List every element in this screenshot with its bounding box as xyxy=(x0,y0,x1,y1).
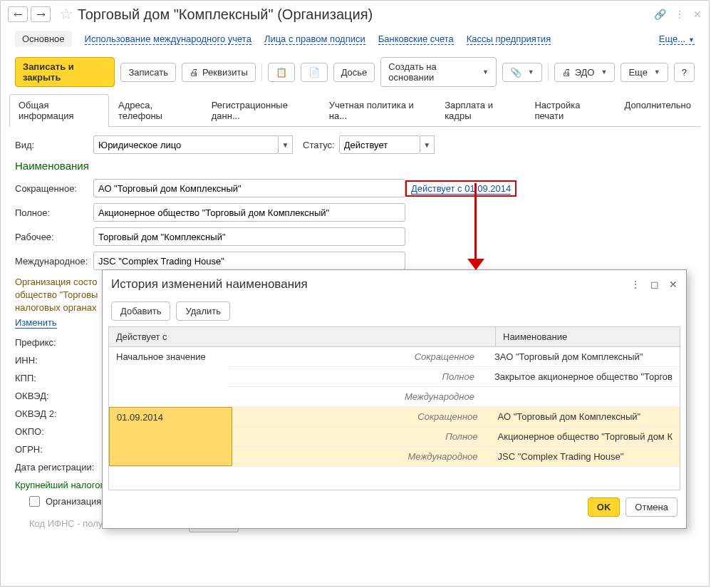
sub-value xyxy=(487,387,680,406)
link-more[interactable]: Еще...▼ xyxy=(659,33,695,45)
cancel-button[interactable]: Отмена xyxy=(626,497,678,517)
kind-label: Вид: xyxy=(15,140,93,150)
prefix-label: Префикс: xyxy=(15,337,108,348)
work-name-label: Рабочее: xyxy=(15,232,93,242)
largest-checkbox[interactable] xyxy=(29,496,40,507)
col-name[interactable]: Наименование xyxy=(496,327,680,346)
status-label: Статус: xyxy=(303,140,335,150)
ogrn-label: ОГРН: xyxy=(15,444,108,455)
details-button[interactable]: 🖨Реквизиты xyxy=(182,63,256,82)
work-name-input[interactable] xyxy=(93,227,405,246)
dialog-title: История изменений наименования xyxy=(111,277,630,292)
link-intl-accounting[interactable]: Использование международного учета xyxy=(85,33,251,45)
sub-label: Сокращенное xyxy=(232,407,491,426)
tab-print-setup[interactable]: Настройка печати xyxy=(525,94,615,126)
link-signers[interactable]: Лица с правом подписи xyxy=(264,33,365,45)
sub-label: Международное xyxy=(229,387,487,406)
tab-hr[interactable]: Зарплата и кадры xyxy=(435,94,525,126)
history-grid: Действует с Наименование Начальное значе… xyxy=(108,326,680,490)
dossier-button[interactable]: Досье xyxy=(333,63,375,82)
tab-main[interactable]: Основное xyxy=(15,31,72,47)
short-name-label: Сокращенное: xyxy=(15,183,93,194)
table-row[interactable]: 01.09.2014 СокращенноеАО "Торговый дом К… xyxy=(109,407,680,467)
history-highlight: Действует с 01.09.2014 xyxy=(405,180,517,197)
okpo-label: ОКПО: xyxy=(15,426,108,437)
history-link[interactable]: Действует с 01.09.2014 xyxy=(411,183,511,195)
back-button[interactable]: 🡐 xyxy=(8,6,28,22)
more-button[interactable]: Еще▼ xyxy=(621,63,668,82)
sub-label: Сокращенное xyxy=(229,347,487,366)
link-cash-registers[interactable]: Кассы предприятия xyxy=(467,33,551,45)
full-name-input[interactable] xyxy=(93,203,405,222)
table-row[interactable]: Начальное значение СокращенноеЗАО "Торго… xyxy=(109,347,680,407)
edo-button[interactable]: 🖨ЭДО▼ xyxy=(554,63,616,82)
sub-value: Акционерное общество "Торговый дом К xyxy=(491,427,680,446)
sub-value: JSC "Complex Trading House" xyxy=(491,447,680,466)
create-based-button[interactable]: Создать на основании▼ xyxy=(380,57,496,87)
dropdown-icon[interactable]: ▼ xyxy=(279,135,293,154)
sub-value: Закрытое акционерное общество "Торгов xyxy=(487,367,680,386)
short-name-input[interactable] xyxy=(93,179,405,197)
copy-button[interactable]: 📋 xyxy=(268,63,295,82)
kpp-label: КПП: xyxy=(15,373,108,383)
change-link[interactable]: Изменить xyxy=(15,317,57,329)
toolbar-separator xyxy=(261,63,262,81)
sub-label: Полное xyxy=(232,427,491,446)
dialog-menu-icon[interactable]: ⋮ xyxy=(630,279,640,290)
dialog-maximize-icon[interactable]: ◻ xyxy=(650,279,659,290)
sub-label: Международное xyxy=(232,447,491,466)
save-and-close-button[interactable]: Записать и закрыть xyxy=(15,57,115,87)
delete-button[interactable]: Удалить xyxy=(176,301,230,321)
regdate-label: Дата регистрации: xyxy=(15,462,108,473)
tab-addresses[interactable]: Адреса, телефоны xyxy=(109,94,202,126)
forward-button[interactable]: 🡒 xyxy=(31,6,51,22)
kind-select[interactable] xyxy=(93,135,279,154)
help-button[interactable]: ? xyxy=(674,63,695,82)
intl-name-label: Международное: xyxy=(15,256,93,267)
window-title: Торговый дом "Комплексный" (Организация) xyxy=(78,6,654,23)
date-cell: Начальное значение xyxy=(109,347,229,406)
intl-name-input[interactable] xyxy=(93,252,405,270)
annotation-arrow-head xyxy=(467,259,484,270)
tab-accounting-policy[interactable]: Учетная политика и на... xyxy=(320,94,435,126)
sub-label: Полное xyxy=(229,367,487,386)
dropdown-icon[interactable]: ▼ xyxy=(420,135,435,154)
report-button[interactable]: 📄 xyxy=(301,63,328,82)
tab-registration[interactable]: Регистрационные данн... xyxy=(202,94,320,126)
okved-label: ОКВЭД: xyxy=(15,391,108,401)
tab-general-info[interactable]: Общая информация xyxy=(9,94,109,127)
inn-label: ИНН: xyxy=(15,355,108,366)
toolbar-separator xyxy=(548,63,549,81)
names-section-head: Наименования xyxy=(15,160,695,172)
star-icon[interactable]: ☆ xyxy=(59,5,73,24)
print-icon: 🖨 xyxy=(562,67,571,78)
menu-icon[interactable]: ⋮ xyxy=(675,9,685,20)
dialog-close-icon[interactable]: ✕ xyxy=(669,279,678,290)
link-bank-accounts[interactable]: Банковские счета xyxy=(378,33,454,45)
date-cell: 01.09.2014 xyxy=(109,407,232,466)
okved2-label: ОКВЭД 2: xyxy=(15,408,108,419)
sub-value: ЗАО "Торговый дом Комплексный" xyxy=(487,347,680,366)
annotation-arrow xyxy=(474,183,477,260)
ok-button[interactable]: OK xyxy=(588,497,621,517)
add-button[interactable]: Добавить xyxy=(111,301,170,321)
link-icon[interactable]: 🔗 xyxy=(654,9,666,20)
attach-button[interactable]: 📎▼ xyxy=(502,63,542,82)
name-history-dialog: История изменений наименования ⋮ ◻ ✕ Доб… xyxy=(102,269,687,529)
sub-value: АО "Торговый дом Комплексный" xyxy=(491,407,680,426)
full-name-label: Полное: xyxy=(15,207,93,218)
col-effective-from[interactable]: Действует с xyxy=(109,327,496,346)
save-button[interactable]: Записать xyxy=(120,63,176,82)
status-select[interactable] xyxy=(339,135,420,154)
tab-additional[interactable]: Дополнительно xyxy=(615,94,700,126)
close-icon[interactable]: ✕ xyxy=(693,9,702,20)
printer-icon: 🖨 xyxy=(190,67,199,78)
